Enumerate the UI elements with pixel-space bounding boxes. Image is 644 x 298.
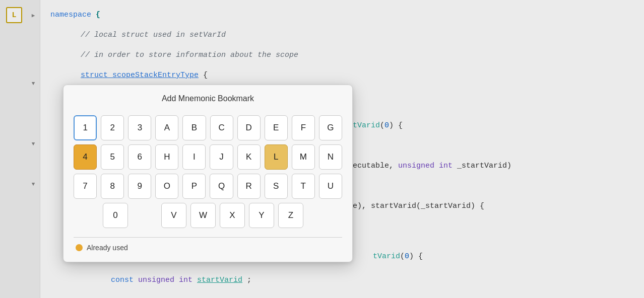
key-Q[interactable]: Q	[210, 174, 233, 199]
key-3[interactable]: 3	[128, 115, 151, 140]
key-P[interactable]: P	[182, 174, 206, 199]
keys-row-2: 4 5 6 H I J K L M N	[74, 144, 342, 170]
key-S[interactable]: S	[265, 174, 288, 199]
key-G[interactable]: G	[319, 115, 342, 140]
key-5[interactable]: 5	[101, 144, 124, 170]
key-O[interactable]: O	[155, 174, 178, 199]
key-X[interactable]: X	[220, 203, 245, 228]
key-U[interactable]: U	[319, 174, 342, 199]
key-R[interactable]: R	[237, 174, 261, 199]
add-mnemonic-dialog: Add Mnemonic Bookmark 1 2 3 A B C D E F …	[63, 85, 353, 262]
key-K[interactable]: K	[237, 144, 261, 170]
key-H[interactable]: H	[155, 144, 178, 170]
key-spacer-1	[74, 203, 99, 228]
key-1[interactable]: 1	[74, 115, 97, 140]
key-C[interactable]: C	[210, 115, 233, 140]
key-8[interactable]: 8	[101, 174, 124, 199]
key-Z[interactable]: Z	[278, 203, 303, 228]
key-W[interactable]: W	[190, 203, 216, 228]
key-4[interactable]: 4	[74, 144, 97, 170]
key-M[interactable]: M	[292, 144, 315, 170]
key-L[interactable]: L	[265, 144, 288, 170]
key-7[interactable]: 7	[74, 174, 97, 199]
key-0[interactable]: 0	[103, 203, 128, 228]
keys-row-4: 0 V W X Y Z	[74, 203, 342, 228]
key-I[interactable]: I	[182, 144, 206, 170]
key-N[interactable]: N	[319, 144, 342, 170]
legend-row: Already used	[63, 244, 352, 252]
key-spacer-2	[132, 203, 157, 228]
key-A[interactable]: A	[155, 115, 178, 140]
keys-row-3: 7 8 9 O P Q R S T U	[74, 174, 342, 199]
already-used-label: Already used	[87, 244, 128, 252]
keys-row-1: 1 2 3 A B C D E F G	[74, 115, 342, 140]
keys-grid: 1 2 3 A B C D E F G 4 5 6 H I J K L M N …	[63, 110, 352, 235]
key-F[interactable]: F	[292, 115, 315, 140]
dialog-title: Add Mnemonic Bookmark	[63, 85, 352, 110]
key-J[interactable]: J	[210, 144, 233, 170]
key-D[interactable]: D	[237, 115, 261, 140]
key-Y[interactable]: Y	[249, 203, 274, 228]
key-V[interactable]: V	[161, 203, 186, 228]
key-E[interactable]: E	[265, 115, 288, 140]
dialog-divider	[74, 237, 342, 238]
key-T[interactable]: T	[292, 174, 315, 199]
key-B[interactable]: B	[182, 115, 206, 140]
already-used-dot	[76, 244, 83, 251]
key-9[interactable]: 9	[128, 174, 151, 199]
key-6[interactable]: 6	[128, 144, 151, 170]
key-2[interactable]: 2	[101, 115, 124, 140]
